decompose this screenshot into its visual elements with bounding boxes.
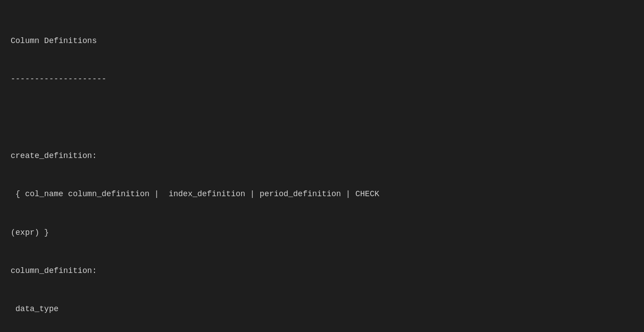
- separator-line: --------------------: [11, 73, 633, 86]
- blank-line-1: [11, 111, 633, 124]
- data-type-line: data_type: [11, 303, 633, 316]
- create-def-label: create_definition:: [11, 150, 633, 162]
- column-def-label: column_definition:: [11, 265, 633, 277]
- create-def-body2: (expr) }: [11, 226, 633, 239]
- title-line: Column Definitions: [11, 35, 633, 47]
- create-def-body1: { col_name column_definition | index_def…: [11, 188, 633, 201]
- code-container: Column Definitions -------------------- …: [11, 9, 633, 332]
